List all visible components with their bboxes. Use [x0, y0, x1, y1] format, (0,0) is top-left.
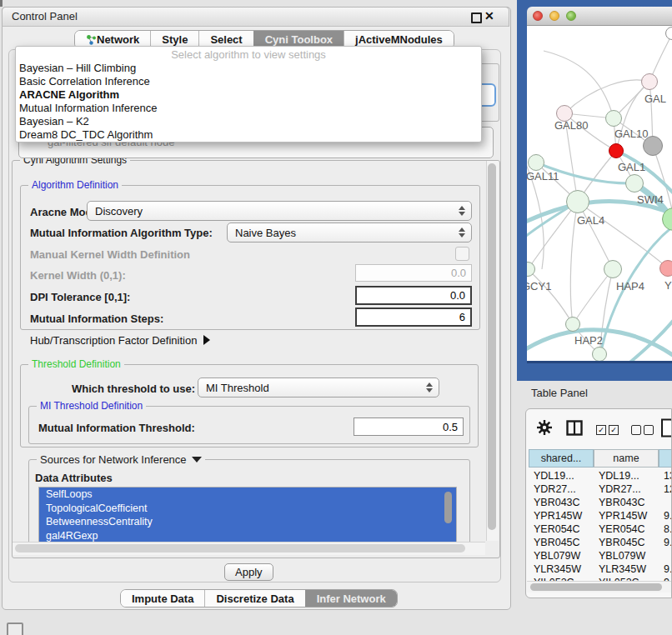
dropdown-item-bayesian-hill-climbing[interactable]: Bayesian – Hill Climbing: [16, 62, 481, 75]
which-threshold-label: Which threshold to use:: [72, 382, 195, 395]
node-bottom[interactable]: [592, 347, 607, 362]
node-label-gcy1: GCY1: [527, 280, 551, 292]
data-attributes-list[interactable]: SelfLoopsTopologicalCoefficientBetweenne…: [38, 487, 457, 542]
dropdown-item-mutual-information-inference[interactable]: Mutual Information Inference: [16, 102, 481, 115]
network-node-gal[interactable]: [641, 73, 658, 90]
table-hscrollbar-thumb[interactable]: [530, 583, 662, 591]
close-panel-icon[interactable]: ✕: [484, 9, 494, 22]
dpi-tolerance-label: DPI Tolerance [0,1]:: [30, 291, 130, 303]
gear-icon[interactable]: [536, 419, 553, 436]
node-label-gal11: GAL11: [527, 170, 559, 182]
aracne-mode-combo[interactable]: Discovery: [87, 201, 472, 221]
apply-button[interactable]: Apply: [224, 563, 273, 581]
network-node-gal4[interactable]: [566, 190, 589, 213]
mi-steps-field[interactable]: [355, 308, 472, 327]
hub-definition-toggle[interactable]: Hub/Transcription Factor Definition: [30, 334, 210, 347]
network-node-hap2[interactable]: [565, 317, 580, 332]
algorithm-dropdown-popup: Select algorithm to view settings Bayesi…: [15, 46, 482, 142]
table-cell[interactable]: YBL079W: [534, 549, 592, 562]
column-header-clipped[interactable]: [659, 449, 672, 468]
table-cell[interactable]: YBR043C: [599, 496, 657, 509]
table-cell[interactable]: YDL19...: [534, 469, 592, 482]
network-node-y[interactable]: [659, 260, 672, 277]
table-cell[interactable]: YBR045C: [534, 536, 592, 549]
mi-type-combo[interactable]: Naive Bayes: [227, 222, 472, 242]
expanded-arrow-icon: [192, 457, 202, 462]
attribute-item-gal4rgexp[interactable]: gal4RGexp: [39, 529, 456, 543]
mi-threshold-group-title: MI Threshold Definition: [37, 400, 146, 412]
column-header-name[interactable]: name: [594, 449, 659, 468]
table-cell[interactable]: 9.: [664, 536, 672, 549]
table-cell[interactable]: YPR145W: [599, 509, 657, 522]
which-threshold-combo[interactable]: MI Threshold: [198, 378, 439, 398]
document-icon[interactable]: [660, 418, 672, 438]
table-cell[interactable]: YDL19...: [599, 469, 657, 482]
attribute-item-betweennesscentrality[interactable]: BetweennessCentrality: [39, 515, 456, 529]
minimized-panel-icon[interactable]: [7, 622, 23, 635]
table-cell[interactable]: 8.: [664, 522, 672, 536]
table-cell[interactable]: YPR145W: [534, 509, 592, 522]
table-cell[interactable]: YDR27...: [599, 482, 657, 496]
checked-checkbox-icon[interactable]: ✓: [609, 425, 619, 435]
table-cell[interactable]: YBL079W: [599, 549, 657, 562]
tab-discretize-data[interactable]: Discretize Data: [204, 590, 304, 607]
kernel-width-label: Kernel Width (0,1):: [30, 269, 126, 282]
node-label-swi4: SWI4: [637, 193, 664, 206]
close-window-icon[interactable]: [533, 11, 543, 21]
tab-label: Discretize Data: [216, 592, 293, 605]
table-panel-title: Table Panel: [531, 387, 588, 399]
dropdown-item-dream8-dc-tdc-algorithm[interactable]: Dream8 DC_TDC Algorithm: [16, 128, 481, 142]
control-panel-titlebar: [2, 7, 509, 27]
table-hscrollbar[interactable]: [527, 581, 672, 592]
table-cell[interactable]: YLR345W: [534, 562, 592, 576]
table-cell[interactable]: YDR27...: [534, 482, 592, 496]
attribute-item-topologicalcoefficient[interactable]: TopologicalCoefficient: [39, 502, 456, 516]
network-node-gal10[interactable]: [605, 110, 622, 127]
table-cell[interactable]: YLR345W: [599, 562, 657, 576]
table-cell[interactable]: 12: [664, 482, 672, 496]
dropdown-item-basic-correlation-inference[interactable]: Basic Correlation Inference: [16, 75, 481, 88]
table-cell[interactable]: YBR045C: [599, 536, 657, 549]
combo-stepper-icon: [423, 382, 436, 392]
sources-group-title[interactable]: Sources for Network Inference: [37, 453, 205, 466]
column-view-icon[interactable]: [566, 420, 583, 436]
manual-kernel-checkbox[interactable]: [455, 247, 469, 261]
network-node-gal1[interactable]: [609, 143, 624, 158]
data-attributes-label: Data Attributes: [35, 472, 113, 484]
column-header-shared[interactable]: shared...: [529, 449, 594, 468]
zoom-window-icon[interactable]: [566, 11, 576, 21]
checked-checkbox-icon[interactable]: ✓: [596, 425, 606, 435]
unchecked-checkbox-icon[interactable]: [631, 425, 641, 435]
tab-label: Style: [162, 33, 188, 46]
network-window-titlebar[interactable]: [527, 7, 672, 26]
list-scrollbar-thumb[interactable]: [444, 492, 452, 523]
settings-vscrollbar-thumb[interactable]: [488, 163, 496, 530]
minimize-window-icon[interactable]: [549, 11, 559, 21]
network-node-hap4[interactable]: [604, 260, 622, 278]
network-window: GALGAL80GAL10GAL1GAL11SWI4GAL4GCY1HAP4YH…: [527, 7, 672, 363]
float-panel-icon[interactable]: [471, 12, 482, 23]
node-label-gal: GAL: [644, 92, 666, 105]
attribute-item-selfloops[interactable]: SelfLoops: [39, 488, 456, 502]
table-cell[interactable]: YER054C: [599, 522, 657, 536]
mi-threshold-field[interactable]: [354, 418, 464, 436]
settings-hscrollbar-thumb[interactable]: [15, 544, 465, 552]
dropdown-prompt: Select algorithm to view settings: [16, 48, 481, 62]
tab-label: Cyni Toolbox: [265, 33, 333, 46]
table-cell[interactable]: 9.: [664, 562, 672, 576]
kernel-width-field[interactable]: [355, 264, 472, 282]
tab-infer-network[interactable]: Infer Network: [305, 590, 397, 607]
dropdown-item-bayesian-k2[interactable]: Bayesian – K2: [16, 115, 481, 128]
table-cell[interactable]: YER054C: [534, 522, 592, 536]
network-node-swi4[interactable]: [625, 174, 644, 192]
network-node-gal11[interactable]: [528, 154, 544, 171]
table-cell[interactable]: 13: [664, 469, 672, 482]
dpi-tolerance-field[interactable]: [355, 286, 472, 305]
tab-label: Infer Network: [317, 592, 386, 605]
table-cell[interactable]: YBR043C: [534, 496, 592, 509]
unchecked-checkbox-icon[interactable]: [644, 425, 654, 435]
dropdown-item-aracne-algorithm[interactable]: ARACNE Algorithm: [16, 88, 481, 102]
tab-impute-data[interactable]: Impute Data: [121, 590, 204, 607]
network-canvas[interactable]: GALGAL80GAL10GAL1GAL11SWI4GAL4GCY1HAP4YH…: [527, 26, 672, 363]
table-cell[interactable]: 9.: [664, 509, 672, 522]
